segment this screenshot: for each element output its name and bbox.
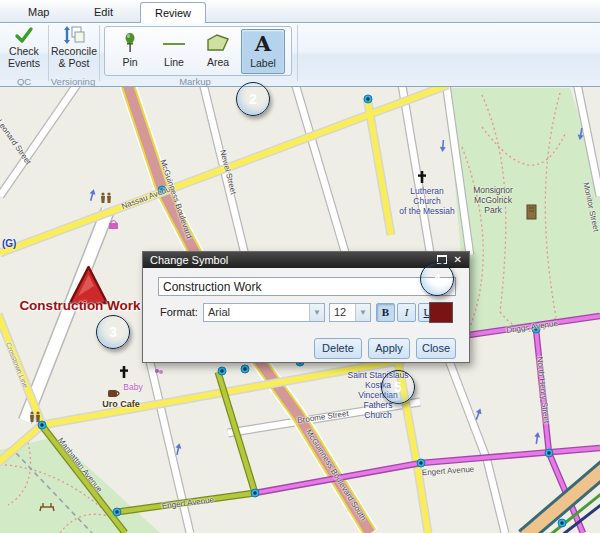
- tab-review[interactable]: Review: [140, 2, 206, 23]
- color-swatch[interactable]: [429, 302, 453, 323]
- uro-cafe-label: Uro Cafe: [98, 399, 144, 409]
- font-family-value: Arial: [204, 304, 309, 321]
- chevron-down-icon: ▼: [355, 304, 370, 321]
- application-window: Map Edit Review Check Events QC Reconcil…: [0, 0, 600, 533]
- mcgolrick-park-label: Monsignor McGolrick Park: [458, 185, 528, 215]
- dialog-title-bar[interactable]: Change Symbol ✕: [143, 252, 469, 268]
- label-label: Label: [250, 57, 276, 69]
- check-events-label-1: Check: [9, 45, 39, 57]
- close-button[interactable]: Close: [416, 338, 456, 359]
- tab-map[interactable]: Map: [14, 4, 63, 20]
- line-label: Line: [164, 56, 184, 68]
- reconcile-icon: [63, 26, 85, 44]
- label-icon: A: [242, 31, 284, 57]
- ribbon-separator: [297, 25, 298, 81]
- area-button[interactable]: Area: [197, 29, 239, 72]
- monument-icon: [527, 205, 536, 219]
- construction-work-label[interactable]: Construction Work: [10, 298, 150, 313]
- ribbon-separator: [99, 25, 100, 81]
- font-family-select[interactable]: Arial ▼: [203, 303, 325, 322]
- callout-badge-3: 3: [96, 315, 130, 349]
- delete-button[interactable]: Delete: [314, 338, 362, 359]
- apply-button[interactable]: Apply: [368, 338, 410, 359]
- italic-toggle[interactable]: I: [397, 303, 416, 322]
- group-label-qc: QC: [2, 76, 46, 88]
- label-button[interactable]: A Label: [241, 29, 285, 74]
- bold-toggle[interactable]: B: [376, 303, 395, 322]
- markup-panel: Pin Line Area A Label: [104, 26, 292, 76]
- group-label-versioning: Versioning: [48, 76, 98, 88]
- tab-edit[interactable]: Edit: [80, 4, 127, 20]
- reconcile-label-1: Reconcile: [51, 45, 97, 57]
- dialog-title: Change Symbol: [143, 254, 228, 266]
- callout-badge-5: 5: [381, 370, 415, 404]
- subway-station-label: (G): [2, 238, 16, 249]
- pin-icon: [119, 30, 141, 56]
- area-icon: [205, 30, 231, 56]
- symbol-text-input[interactable]: [158, 277, 456, 296]
- line-button[interactable]: Line: [153, 29, 195, 72]
- ribbon-separator: [48, 25, 49, 81]
- check-events-label-2: Events: [8, 57, 40, 69]
- ribbon-tab-bar: Map Edit Review: [0, 0, 600, 23]
- check-events-button[interactable]: Check Events: [2, 24, 46, 69]
- close-icon: ✕: [454, 254, 462, 265]
- change-symbol-dialog: Change Symbol ✕ Format: Arial ▼ 12 ▼ B I…: [142, 251, 470, 363]
- font-size-value: 12: [330, 304, 355, 321]
- callout-badge-4: 4: [420, 262, 454, 296]
- font-size-select[interactable]: 12 ▼: [329, 303, 371, 322]
- callout-badge-2: 2: [236, 82, 270, 116]
- reconcile-label-2: & Post: [59, 57, 90, 69]
- format-label: Format:: [160, 306, 198, 318]
- area-label: Area: [207, 56, 229, 68]
- reconcile-post-button[interactable]: Reconcile & Post: [50, 24, 98, 69]
- pin-button[interactable]: Pin: [109, 29, 151, 72]
- close-button-x[interactable]: ✕: [454, 255, 462, 265]
- pin-label: Pin: [122, 56, 137, 68]
- line-icon: [161, 30, 187, 56]
- baby-shop-label: Baby: [118, 382, 148, 392]
- ribbon: Check Events QC Reconcile & Post Version…: [0, 22, 600, 87]
- chevron-down-icon: ▼: [309, 304, 324, 321]
- lutheran-church-label: Lutheran Church of the Messiah: [387, 186, 467, 216]
- park-area: [0, 437, 160, 533]
- check-icon: [14, 26, 34, 44]
